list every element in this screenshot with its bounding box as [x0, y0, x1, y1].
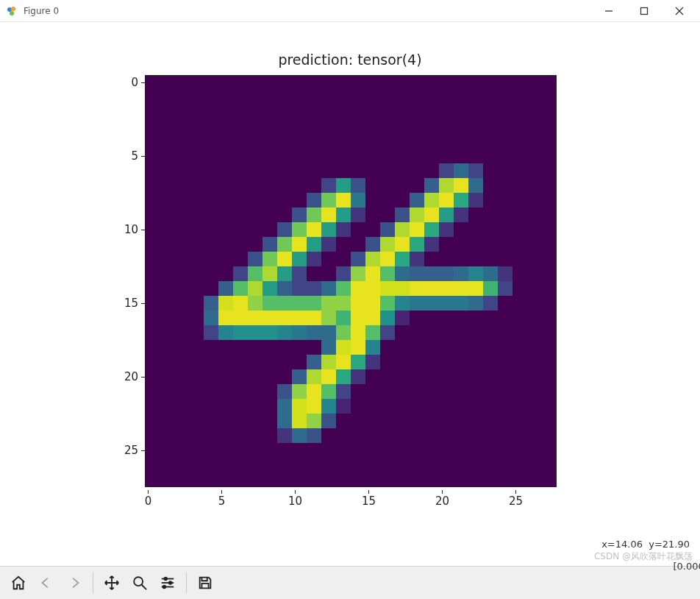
svg-rect-4 — [641, 7, 648, 14]
back-button[interactable] — [34, 570, 59, 595]
pan-button[interactable] — [99, 570, 124, 595]
svg-point-14 — [163, 586, 166, 589]
zoom-button[interactable] — [127, 570, 152, 595]
xy-readout: x=14.06 y=21.90 — [601, 539, 690, 550]
forward-button[interactable] — [62, 570, 87, 595]
svg-point-12 — [169, 581, 172, 584]
home-button[interactable] — [6, 570, 31, 595]
y-tick: 20 — [124, 370, 145, 383]
minimize-button[interactable] — [600, 2, 618, 20]
svg-point-1 — [11, 7, 15, 11]
x-tick: 20 — [442, 490, 443, 494]
configure-subplots-button[interactable] — [155, 570, 180, 595]
nav-toolbar: x=14.06 y=21.90 [0.000] — [0, 566, 700, 599]
y-tick: 0 — [131, 76, 145, 89]
y-tick: 5 — [131, 149, 145, 163]
x-tick: 5 — [221, 490, 222, 494]
y-tick: 15 — [124, 297, 145, 310]
x-tick: 10 — [295, 490, 296, 494]
value-readout: [0.000] — [601, 561, 700, 572]
maximize-button[interactable] — [635, 2, 653, 20]
figure-window: Figure 0 prediction: tensor(4) 051015202… — [0, 0, 700, 599]
window-controls — [600, 2, 694, 20]
figure-canvas-area: prediction: tensor(4) 0510152025 0510152… — [0, 22, 700, 566]
toolbar-separator — [186, 573, 187, 593]
window-title: Figure 0 — [24, 6, 600, 16]
cursor-coordinates: x=14.06 y=21.90 [0.000] — [583, 528, 690, 583]
save-button[interactable] — [193, 570, 218, 595]
svg-point-2 — [10, 11, 14, 15]
axes: prediction: tensor(4) 0510152025 0510152… — [96, 52, 604, 511]
x-tick: 25 — [515, 490, 516, 494]
heatmap-image[interactable] — [145, 75, 557, 487]
svg-point-10 — [164, 578, 167, 581]
svg-point-7 — [134, 577, 143, 586]
x-axis: 0510152025 — [96, 490, 552, 511]
svg-point-0 — [7, 7, 12, 12]
toolbar-separator — [93, 573, 93, 593]
close-button[interactable] — [671, 2, 688, 20]
y-tick: 25 — [124, 444, 145, 457]
title-bar: Figure 0 — [0, 0, 700, 22]
app-icon — [6, 5, 18, 17]
x-tick: 15 — [368, 490, 369, 494]
y-tick: 10 — [124, 223, 145, 236]
svg-line-8 — [142, 585, 146, 589]
y-axis: 0510152025 — [96, 75, 145, 487]
heatmap-canvas[interactable] — [145, 75, 557, 487]
chart-title: prediction: tensor(4) — [96, 52, 604, 68]
x-tick: 0 — [148, 490, 149, 494]
